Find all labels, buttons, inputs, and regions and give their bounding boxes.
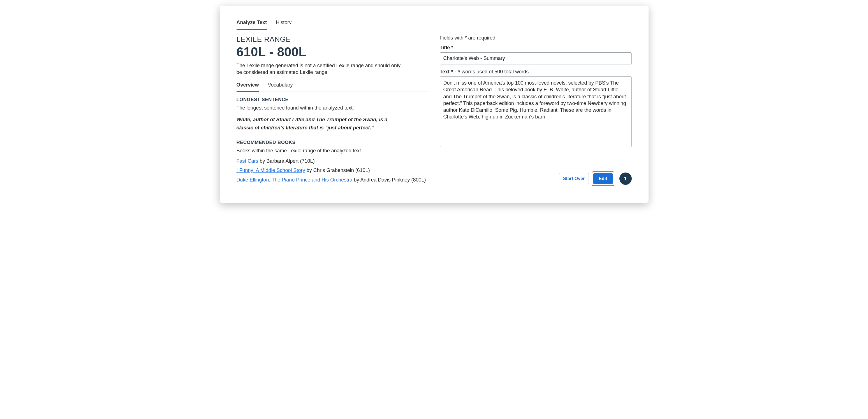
title-field-label: Title * <box>440 45 632 51</box>
book-link[interactable]: Duke Ellington: The Piano Prince and His… <box>237 177 352 183</box>
book-byline: by Barbara Alpert (710L) <box>258 158 315 164</box>
longest-sentence-heading: LONGEST SENTENCE <box>237 97 429 102</box>
longest-sentence-text: White, author of Stuart Little and The T… <box>237 116 405 132</box>
edit-button-highlight: Edit <box>592 171 614 186</box>
recommended-books-sub: Books within the same Lexile range of th… <box>237 148 429 154</box>
required-fields-note: Fields with * are required. <box>440 35 632 41</box>
content-columns: LEXILE RANGE 610L - 800L The Lexile rang… <box>237 34 632 183</box>
list-item: Duke Ellington: The Piano Prince and His… <box>237 177 429 183</box>
recommended-books-heading: RECOMMENDED BOOKS <box>237 140 429 146</box>
title-input[interactable] <box>440 53 632 64</box>
tab-history[interactable]: History <box>276 20 291 30</box>
action-row: Start Over Edit 1 <box>559 171 632 186</box>
left-column: LEXILE RANGE 610L - 800L The Lexile rang… <box>237 34 429 183</box>
book-byline: by Chris Grabenstein (610L) <box>305 167 370 173</box>
lexile-range-label: LEXILE RANGE <box>237 35 429 44</box>
list-item: Fast Cars by Barbara Alpert (710L) <box>237 158 429 164</box>
edit-button[interactable]: Edit <box>593 173 612 184</box>
longest-sentence-sub: The longest sentence found within the an… <box>237 105 429 111</box>
list-item: I Funny: A Middle School Story by Chris … <box>237 167 429 174</box>
tab-vocabulary[interactable]: Vocabulary <box>268 82 293 92</box>
top-tab-bar: Analyze Text History <box>237 20 632 30</box>
lexile-range-value: 610L - 800L <box>237 44 429 59</box>
right-column: Fields with * are required. Title * Text… <box>440 34 632 183</box>
step-badge: 1 <box>619 172 632 185</box>
recommended-books-list: Fast Cars by Barbara Alpert (710L) I Fun… <box>237 158 429 183</box>
text-field-word-count: - # words used of 500 total words <box>453 69 529 74</box>
book-link[interactable]: I Funny: A Middle School Story <box>237 167 305 173</box>
lexile-range-note: The Lexile range generated is not a cert… <box>237 62 405 76</box>
book-link[interactable]: Fast Cars <box>237 158 258 164</box>
inner-tab-bar: Overview Vocabulary <box>237 82 429 92</box>
text-field-label-prefix: Text * <box>440 69 453 74</box>
text-textarea[interactable] <box>440 76 632 147</box>
tab-analyze-text[interactable]: Analyze Text <box>237 20 267 30</box>
analyzer-card: Analyze Text History LEXILE RANGE 610L -… <box>220 6 649 203</box>
start-over-button[interactable]: Start Over <box>559 173 589 184</box>
text-field-label: Text * - # words used of 500 total words <box>440 69 632 75</box>
tab-overview[interactable]: Overview <box>237 82 259 92</box>
book-byline: by Andrea Davis Pinkney (800L) <box>352 177 426 183</box>
